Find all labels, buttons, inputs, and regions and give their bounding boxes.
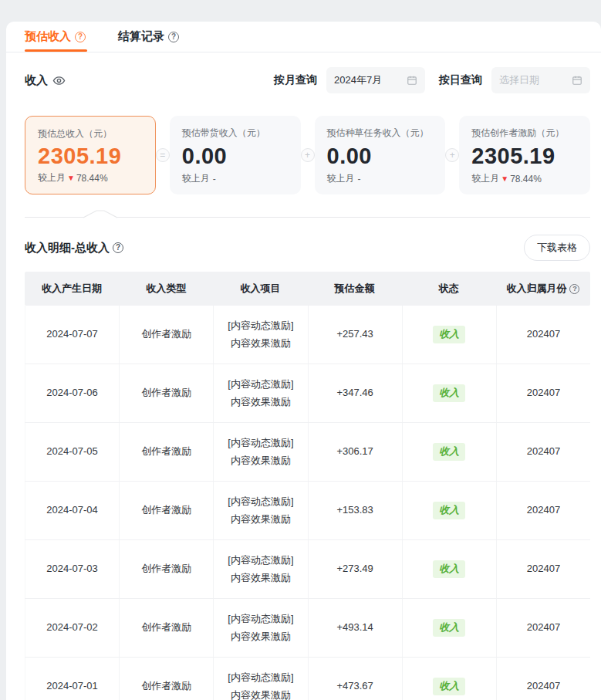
header-project: 收入项目 (213, 272, 307, 306)
cell-date: 2024-07-07 (25, 306, 120, 364)
cell-month: 202407 (497, 658, 590, 700)
cell-status: 收入 (403, 599, 497, 657)
cell-month: 202407 (497, 423, 590, 481)
card-value: 0.00 (182, 144, 289, 169)
detail-title: 收入明细-总收入 ? (25, 241, 123, 255)
cell-project: [内容动态激励] 内容效果激励 (214, 658, 308, 700)
card-title: 预估创作者激励（元） (471, 127, 578, 140)
compare-label: 较上月 (182, 172, 210, 185)
header-amount: 预估金额 (308, 272, 402, 306)
cell-month: 202407 (497, 306, 590, 364)
card-total-income[interactable]: 预估总收入（元） 2305.19 较上月 ▼ 78.44% (25, 116, 156, 194)
card-compare: 较上月 ▼ 78.44% (471, 172, 578, 185)
header-row: 收入产生日期 收入类型 收入项目 预估金额 状态 收入归属月份 ? (25, 272, 590, 306)
project-line2: 内容效果激励 (231, 687, 291, 700)
help-icon[interactable]: ? (168, 32, 179, 42)
header-status: 状态 (402, 272, 496, 306)
equals-icon: = (156, 148, 170, 162)
eye-icon[interactable] (52, 74, 66, 87)
download-table-button[interactable]: 下载表格 (524, 235, 590, 261)
compare-value: - (358, 174, 361, 184)
income-label: 收入 (25, 73, 48, 88)
project-line1: [内容动态激励] (228, 317, 293, 334)
month-query-label: 按月查询 (274, 73, 317, 87)
compare-label: 较上月 (38, 171, 66, 184)
card-creator-incentive[interactable]: 预估创作者激励（元） 2305.19 较上月 ▼ 78.44% (459, 116, 590, 194)
project-line2: 内容效果激励 (231, 628, 291, 645)
status-badge: 收入 (433, 678, 465, 695)
cell-project: [内容动态激励] 内容效果激励 (214, 423, 308, 481)
stat-cards-row: 预估总收入（元） 2305.19 较上月 ▼ 78.44% = 预估带货收入（元… (6, 102, 601, 194)
card-title: 预估种草任务收入（元） (327, 127, 434, 140)
filter-row: 收入 按月查询 2024年7月 按日查询 选择日期 (6, 59, 601, 102)
cell-amount: +273.49 (309, 540, 403, 598)
table-body: 2024-07-07 创作者激励 [内容动态激励] 内容效果激励 +257.43… (25, 306, 590, 700)
cell-amount: +257.43 (309, 306, 403, 364)
header-date: 收入产生日期 (25, 272, 119, 306)
down-arrow-icon: ▼ (501, 174, 508, 183)
table-row: 2024-07-05 创作者激励 [内容动态激励] 内容效果激励 +306.17… (25, 423, 590, 482)
cell-type: 创作者激励 (120, 306, 214, 364)
day-picker-input[interactable]: 选择日期 (491, 67, 590, 93)
cell-date: 2024-07-02 (25, 599, 120, 657)
cell-type: 创作者激励 (120, 364, 214, 422)
cell-amount: +347.46 (309, 364, 403, 422)
table-header: 收入产生日期 收入类型 收入项目 预估金额 状态 收入归属月份 ? (25, 272, 590, 306)
cell-status: 收入 (403, 658, 497, 700)
day-query-label: 按日查询 (439, 73, 482, 87)
operator-wrap: = (156, 116, 170, 194)
cell-status: 收入 (403, 306, 497, 364)
help-icon[interactable]: ? (569, 284, 579, 294)
income-table: 收入产生日期 收入类型 收入项目 预估金额 状态 收入归属月份 ? 2024-0… (25, 272, 590, 700)
cell-project: [内容动态激励] 内容效果激励 (214, 599, 308, 657)
down-arrow-icon: ▼ (67, 174, 75, 182)
cell-status: 收入 (403, 540, 497, 598)
cell-date: 2024-07-03 (25, 540, 120, 598)
tab-settlement-records[interactable]: 结算记录 ? (118, 22, 179, 52)
project-line1: [内容动态激励] (228, 435, 293, 451)
cell-project: [内容动态激励] 内容效果激励 (214, 306, 308, 364)
card-compare: 较上月 - (182, 172, 289, 185)
card-title: 预估总收入（元） (38, 127, 143, 140)
tab-label: 预估收入 (25, 29, 71, 44)
card-value: 2305.19 (471, 144, 578, 169)
cell-month: 202407 (497, 364, 590, 422)
table-row: 2024-07-01 创作者激励 [内容动态激励] 内容效果激励 +473.67… (25, 658, 590, 700)
cell-project: [内容动态激励] 内容效果激励 (214, 364, 308, 422)
project-line1: [内容动态激励] (228, 552, 293, 569)
table-row: 2024-07-03 创作者激励 [内容动态激励] 内容效果激励 +273.49… (25, 540, 590, 599)
cell-amount: +493.14 (309, 599, 403, 657)
day-picker-placeholder: 选择日期 (499, 73, 539, 87)
card-value: 0.00 (327, 144, 434, 169)
help-icon[interactable]: ? (113, 242, 123, 253)
status-badge: 收入 (433, 502, 465, 519)
tab-estimated-income[interactable]: 预估收入 ? (25, 22, 86, 52)
compare-label: 较上月 (327, 172, 355, 185)
project-line2: 内容效果激励 (231, 394, 291, 411)
help-icon[interactable]: ? (75, 32, 86, 42)
cell-status: 收入 (403, 423, 497, 481)
calendar-icon (407, 75, 417, 86)
project-line1: [内容动态激励] (228, 610, 293, 627)
project-line1: [内容动态激励] (228, 493, 293, 510)
card-commerce-income[interactable]: 预估带货收入（元） 0.00 较上月 - (170, 116, 301, 194)
status-badge: 收入 (433, 443, 465, 460)
header-month-text: 收入归属月份 (506, 282, 566, 296)
card-task-income[interactable]: 预估种草任务收入（元） 0.00 较上月 - (315, 116, 446, 194)
month-picker-input[interactable]: 2024年7月 (326, 67, 425, 93)
cell-month: 202407 (497, 540, 590, 598)
project-line2: 内容效果激励 (231, 452, 291, 469)
cards-divider (25, 210, 590, 219)
project-line1: [内容动态激励] (228, 669, 293, 686)
project-line1: [内容动态激励] (228, 376, 293, 393)
operator-wrap: + (301, 116, 315, 194)
cell-date: 2024-07-04 (25, 482, 120, 539)
plus-icon: + (301, 148, 315, 162)
header-month: 收入归属月份 ? (496, 272, 590, 306)
table-row: 2024-07-06 创作者激励 [内容动态激励] 内容效果激励 +347.46… (25, 364, 590, 423)
plus-icon: + (445, 148, 459, 162)
cell-month: 202407 (497, 599, 590, 657)
cell-month: 202407 (497, 482, 590, 539)
tab-bar: 预估收入 ? 结算记录 ? (6, 22, 601, 52)
detail-header: 收入明细-总收入 ? 下载表格 (6, 219, 601, 272)
